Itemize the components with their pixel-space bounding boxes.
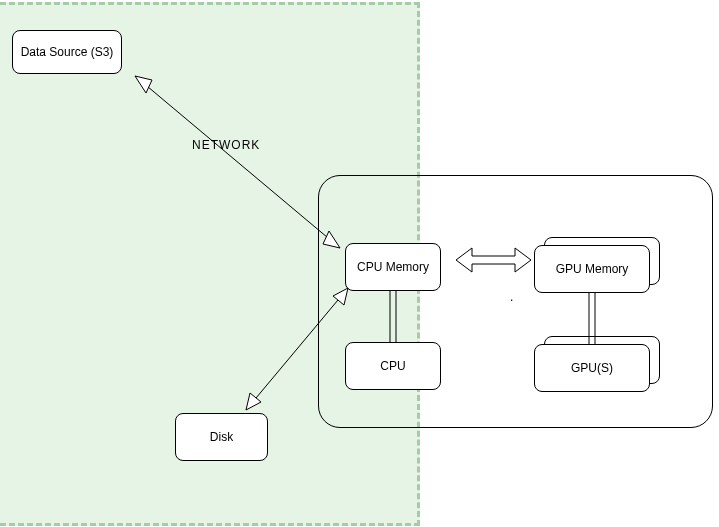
node-data-source-label: Data Source (S3) — [21, 45, 114, 59]
edge-network-label: NETWORK — [192, 138, 260, 152]
node-gpu-memory-label: GPU Memory — [556, 262, 629, 276]
node-gpus-label: GPU(S) — [571, 361, 613, 375]
node-cpu-memory: CPU Memory — [345, 243, 441, 291]
node-cpu-memory-label: CPU Memory — [357, 260, 429, 274]
decor-dot: . — [510, 290, 513, 304]
diagram-stage: Data Source (S3) CPU Memory CPU GPU Memo… — [0, 0, 719, 527]
compute-container — [318, 175, 713, 428]
node-gpu-memory: GPU Memory — [534, 245, 650, 293]
node-cpu: CPU — [345, 342, 441, 390]
node-gpus: GPU(S) — [534, 344, 650, 392]
node-data-source: Data Source (S3) — [12, 30, 122, 74]
node-disk-label: Disk — [210, 430, 233, 444]
node-cpu-label: CPU — [380, 359, 405, 373]
node-disk: Disk — [175, 413, 268, 461]
